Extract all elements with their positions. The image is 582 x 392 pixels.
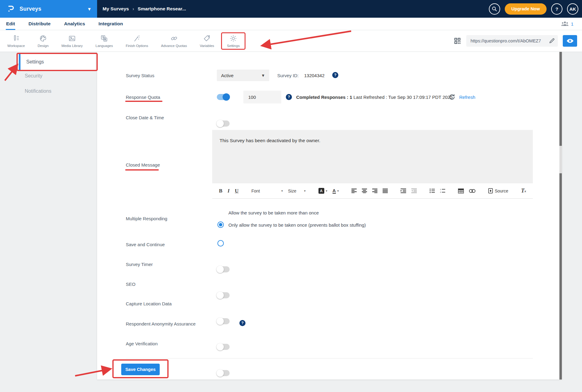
response-quota-toggle[interactable] bbox=[217, 94, 230, 100]
breadcrumb-separator: › bbox=[133, 6, 134, 11]
indent-button[interactable] bbox=[401, 189, 406, 193]
qr-code-icon[interactable] bbox=[453, 37, 461, 45]
link-icon bbox=[469, 189, 475, 193]
toolbar-item-finish-options[interactable]: Finish Options bbox=[123, 33, 151, 49]
settings-sidebar: Settings Security Notifications bbox=[18, 52, 97, 379]
radio-allow-multiple-label[interactable]: Allow the survey to be taken more than o… bbox=[228, 210, 319, 215]
preview-survey-button[interactable] bbox=[563, 35, 577, 47]
align-right-icon bbox=[372, 189, 377, 193]
survey-id-label: Survey ID: bbox=[277, 73, 299, 78]
help-button[interactable]: ? bbox=[551, 3, 562, 15]
questionpro-settings-page: Surveys ▼ My Surveys › Smartphone Resear… bbox=[0, 0, 582, 392]
italic-button[interactable]: I bbox=[227, 188, 230, 194]
sidebar-item-settings[interactable]: Settings bbox=[19, 54, 96, 70]
radio-only-once[interactable] bbox=[217, 240, 224, 246]
text-color-button[interactable]: A ▾ bbox=[333, 188, 339, 194]
panel-scrollbar[interactable] bbox=[559, 52, 562, 379]
radio-only-once-label[interactable]: Only allow the survey to be taken once (… bbox=[228, 222, 366, 228]
annotation-arrow-sidebar-settings bbox=[5, 66, 16, 81]
breadcrumb-my-surveys[interactable]: My Surveys bbox=[103, 6, 129, 12]
refresh-link[interactable]: Refresh bbox=[459, 95, 475, 100]
bullet-list-button[interactable] bbox=[430, 189, 435, 193]
font-dropdown[interactable]: Font▾ bbox=[251, 189, 283, 193]
survey-timer-toggle[interactable] bbox=[217, 292, 230, 298]
toggle-knob bbox=[216, 318, 224, 325]
toolbar-item-languages[interactable]: Languages bbox=[93, 33, 116, 49]
anonymity-help-icon[interactable]: ? bbox=[239, 320, 246, 326]
align-right-button[interactable] bbox=[372, 189, 377, 193]
avatar[interactable]: AK bbox=[567, 3, 578, 15]
seo-label: SEO bbox=[126, 282, 136, 287]
align-left-button[interactable] bbox=[351, 189, 357, 193]
last-refreshed-text: Last Refreshed : Tue Sep 30 17:09:17 PDT… bbox=[352, 95, 453, 100]
bold-button[interactable]: B bbox=[219, 188, 222, 194]
tab-integration[interactable]: Integration bbox=[98, 18, 123, 30]
outdent-icon bbox=[411, 189, 417, 193]
svg-text:2: 2 bbox=[440, 191, 441, 193]
closed-message-label: Closed Message bbox=[126, 162, 160, 167]
closed-message-textarea[interactable]: This Survey has been deactivated by the … bbox=[212, 130, 533, 183]
variables-tag-icon bbox=[203, 34, 211, 42]
toolbar-item-advance-quotas[interactable]: Advance Quotas bbox=[158, 33, 190, 49]
refresh-icon[interactable] bbox=[448, 93, 455, 100]
product-switcher[interactable]: Surveys ▼ bbox=[0, 0, 97, 18]
chevron-down-icon: ▼ bbox=[261, 73, 265, 78]
align-center-button[interactable] bbox=[362, 189, 367, 193]
bullet-list-icon bbox=[430, 189, 435, 193]
multiple-responding-label: Multiple Responding bbox=[126, 216, 167, 221]
background-color-button[interactable]: A ▾ bbox=[318, 188, 327, 194]
chevron-down-icon[interactable]: ▼ bbox=[87, 6, 92, 12]
toolbar-item-media-library[interactable]: Media Library bbox=[58, 33, 86, 49]
capture-location-toggle[interactable] bbox=[217, 344, 230, 350]
remove-format-button[interactable]: Tx bbox=[521, 188, 526, 194]
media-library-icon bbox=[68, 34, 76, 42]
align-left-icon bbox=[351, 189, 357, 193]
outdent-button[interactable] bbox=[411, 189, 417, 193]
radio-allow-multiple[interactable] bbox=[217, 221, 224, 228]
survey-status-dropdown[interactable]: Active ▼ bbox=[217, 70, 269, 81]
svg-text:1: 1 bbox=[440, 189, 441, 190]
closed-message-editor: This Survey has been deactivated by the … bbox=[212, 130, 533, 199]
completed-responses-text: Completed Responses : 1 Last Refreshed :… bbox=[296, 95, 453, 100]
align-justify-button[interactable] bbox=[383, 189, 388, 193]
toggle-knob bbox=[216, 266, 224, 273]
toolbar-item-settings[interactable]: Settings bbox=[224, 33, 243, 49]
collaborators-count: 1 bbox=[571, 21, 573, 27]
size-dropdown[interactable]: Size▾ bbox=[288, 189, 305, 193]
breadcrumb: My Surveys › Smartphone Resear... bbox=[103, 6, 186, 12]
insert-table-button[interactable] bbox=[458, 189, 464, 193]
toolbar-item-design[interactable]: Design bbox=[35, 33, 52, 49]
save-changes-button[interactable]: Save Changes bbox=[121, 364, 160, 375]
survey-status-label: Survey Status bbox=[126, 73, 154, 78]
close-date-toggle[interactable] bbox=[217, 120, 230, 127]
source-button[interactable]: Source bbox=[488, 188, 508, 193]
anonymity-assurance-toggle[interactable] bbox=[217, 370, 230, 376]
survey-url-input[interactable] bbox=[466, 35, 558, 47]
questionpro-logo-icon bbox=[7, 4, 15, 13]
indent-icon bbox=[401, 189, 406, 193]
upgrade-now-button[interactable]: Upgrade Now bbox=[505, 3, 547, 15]
panel-scrollbar-thumb[interactable] bbox=[559, 146, 562, 173]
underline-button[interactable]: U bbox=[235, 188, 238, 194]
tab-edit[interactable]: Edit bbox=[6, 18, 15, 30]
save-and-continue-toggle[interactable] bbox=[217, 266, 230, 272]
toolbar-item-variables[interactable]: Variables bbox=[197, 33, 217, 49]
tab-analytics[interactable]: Analytics bbox=[64, 18, 85, 30]
numbered-list-button[interactable]: 12 bbox=[440, 189, 445, 193]
background-color-icon: A bbox=[318, 188, 324, 194]
sidebar-item-notifications[interactable]: Notifications bbox=[25, 88, 51, 94]
breadcrumb-survey-name: Smartphone Resear... bbox=[138, 6, 186, 12]
response-quota-help-icon[interactable]: ? bbox=[286, 94, 292, 100]
toggle-knob bbox=[216, 343, 224, 351]
source-icon bbox=[488, 188, 493, 193]
seo-toggle[interactable] bbox=[217, 318, 230, 324]
insert-link-button[interactable] bbox=[469, 189, 475, 193]
survey-id-help-icon[interactable]: ? bbox=[332, 72, 338, 78]
collaborators[interactable]: 1 bbox=[561, 21, 573, 27]
toolbar-item-workspace[interactable]: Workspace bbox=[4, 33, 28, 49]
sidebar-item-security[interactable]: Security bbox=[25, 73, 42, 79]
response-quota-input[interactable] bbox=[243, 91, 281, 103]
edit-url-pencil-icon[interactable] bbox=[549, 38, 555, 44]
search-button[interactable] bbox=[489, 3, 500, 15]
tab-distribute[interactable]: Distribute bbox=[28, 18, 51, 30]
